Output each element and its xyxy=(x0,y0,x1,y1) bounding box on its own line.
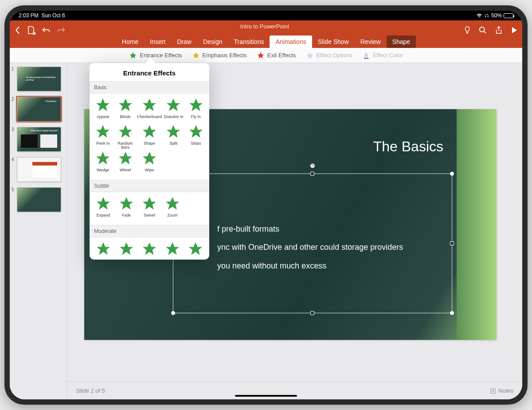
popover-title: Entrance Effects xyxy=(90,63,209,81)
status-time: 2:03 PM xyxy=(19,12,39,19)
svg-rect-2 xyxy=(491,388,496,393)
rotate-handle[interactable] xyxy=(310,163,315,168)
slide-thumbnail-4[interactable] xyxy=(17,157,61,182)
section-moderate: Moderate xyxy=(90,225,209,237)
svg-point-0 xyxy=(480,27,485,32)
notes-icon xyxy=(490,388,496,394)
resize-handle-tc[interactable] xyxy=(310,172,314,176)
effect-zoom[interactable]: Zoom xyxy=(161,196,184,221)
effect-options-button: Effect Options xyxy=(306,51,352,59)
status-left: 2:03 PM Sun Oct 6 xyxy=(19,12,65,19)
star-icon-green xyxy=(129,51,137,59)
status-bar: 2:03 PM Sun Oct 6 50% xyxy=(10,11,522,20)
slide-thumbnail-2[interactable]: The Basics xyxy=(17,97,61,122)
search-icon[interactable] xyxy=(479,26,487,34)
effect-peek-in[interactable]: Peek In xyxy=(92,124,113,150)
slide-thumbnail-5[interactable] xyxy=(17,187,61,212)
effect-wheel[interactable]: Wheel xyxy=(114,150,136,176)
tab-slideshow[interactable]: Slide Show xyxy=(312,35,355,48)
wifi-icon xyxy=(476,13,482,18)
app-window: Intro to PowerPoint Home Insert Draw Des… xyxy=(10,20,522,399)
effect-fade[interactable]: Fade xyxy=(115,196,137,221)
effect-shape[interactable]: Shape xyxy=(137,124,162,150)
ipad-device-frame: 2:03 PM Sun Oct 6 50% xyxy=(4,5,528,405)
tab-shape[interactable]: Shape xyxy=(387,35,416,48)
notes-button[interactable]: Notes xyxy=(490,387,513,394)
slide-counter: Slide 2 of 5 xyxy=(76,387,105,394)
headphones-icon xyxy=(484,13,489,18)
resize-handle-br[interactable] xyxy=(450,311,454,315)
effect-dissolve-in[interactable]: Dissolve In xyxy=(163,97,184,123)
effect-wipe[interactable]: Wipe xyxy=(137,150,162,176)
effect-expand[interactable]: Expand xyxy=(92,196,114,221)
slide-title-text[interactable]: The Basics xyxy=(373,138,443,155)
tab-home[interactable]: Home xyxy=(116,35,144,48)
play-icon[interactable] xyxy=(511,26,518,34)
exit-effects-button[interactable]: Exit Effects xyxy=(257,51,296,59)
work-area: 1 An Introduction to PowerPoint on iPad … xyxy=(10,63,522,399)
battery-percent: 50% xyxy=(491,12,502,19)
status-right: 50% xyxy=(476,12,513,19)
effect-split[interactable]: Split xyxy=(163,124,184,150)
tab-review[interactable]: Review xyxy=(355,35,387,48)
tab-design[interactable]: Design xyxy=(197,35,228,48)
tab-animations[interactable]: Animations xyxy=(270,35,312,48)
slide-thumbnail-1[interactable]: An Introduction to PowerPoint on iPad xyxy=(17,67,61,91)
effect-fly-in[interactable]: Fly In xyxy=(185,97,207,123)
file-menu-button[interactable] xyxy=(27,26,35,35)
resize-handle-bc[interactable] xyxy=(310,311,314,315)
font-color-icon xyxy=(362,51,370,59)
share-icon[interactable] xyxy=(495,26,503,35)
effect-blinds[interactable]: Blinds xyxy=(114,97,136,123)
slide-thumbnail-3[interactable]: What about Apple Keynote? xyxy=(17,127,61,152)
resize-handle-tr[interactable] xyxy=(450,172,454,176)
effect-swivel[interactable]: Swivel xyxy=(138,196,160,221)
tab-draw[interactable]: Draw xyxy=(171,35,197,48)
star-icon-disabled xyxy=(306,51,314,59)
effect-item[interactable] xyxy=(184,241,207,260)
undo-button[interactable] xyxy=(42,27,51,34)
section-subtle: Subtle xyxy=(90,180,209,192)
slide-thumbnail-panel[interactable]: 1 An Introduction to PowerPoint on iPad … xyxy=(10,63,67,399)
effect-random-bars[interactable]: Random Bars xyxy=(114,124,136,150)
effect-item[interactable] xyxy=(138,241,160,260)
effect-item[interactable] xyxy=(115,241,137,260)
lightbulb-icon[interactable] xyxy=(464,26,471,35)
battery-icon xyxy=(504,13,513,18)
status-date: Sun Oct 6 xyxy=(41,12,65,19)
ipad-screen: 2:03 PM Sun Oct 6 50% xyxy=(10,11,522,399)
resize-handle-bl[interactable] xyxy=(171,311,175,315)
entrance-effects-popover[interactable]: Entrance Effects Basic AppearBlindsCheck… xyxy=(90,63,209,260)
star-icon-yellow xyxy=(192,51,200,59)
home-indicator[interactable] xyxy=(235,395,297,397)
section-basic: Basic xyxy=(90,81,209,94)
svg-rect-1 xyxy=(364,58,369,59)
entrance-effects-button[interactable]: Entrance Effects xyxy=(129,51,182,59)
effect-strips[interactable]: Strips xyxy=(185,124,207,150)
back-button[interactable] xyxy=(14,26,20,34)
animations-ribbon: Entrance Effects Emphasis Effects Exit E… xyxy=(10,48,522,63)
effect-color-button: Effect Color xyxy=(362,51,403,59)
effect-checkerboard[interactable]: Checkerboard xyxy=(137,97,162,123)
tab-transitions[interactable]: Transitions xyxy=(228,35,270,48)
document-title: Intro to PowerPoint xyxy=(66,23,464,30)
emphasis-effects-button[interactable]: Emphasis Effects xyxy=(192,51,247,59)
slide-body-text[interactable]: f pre-built formats ync with OneDrive an… xyxy=(217,220,403,275)
effect-item[interactable] xyxy=(92,241,114,260)
star-icon-red xyxy=(257,51,265,59)
effect-wedge[interactable]: Wedge xyxy=(92,150,113,176)
status-footer: Slide 2 of 5 Notes xyxy=(67,382,522,399)
effect-appear[interactable]: Appear xyxy=(92,97,113,123)
effect-item[interactable] xyxy=(161,241,184,260)
ribbon-tabs: Home Insert Draw Design Transitions Anim… xyxy=(10,35,522,48)
tab-insert[interactable]: Insert xyxy=(144,35,171,48)
resize-handle-mr[interactable] xyxy=(450,241,454,245)
redo-button[interactable] xyxy=(57,27,66,34)
